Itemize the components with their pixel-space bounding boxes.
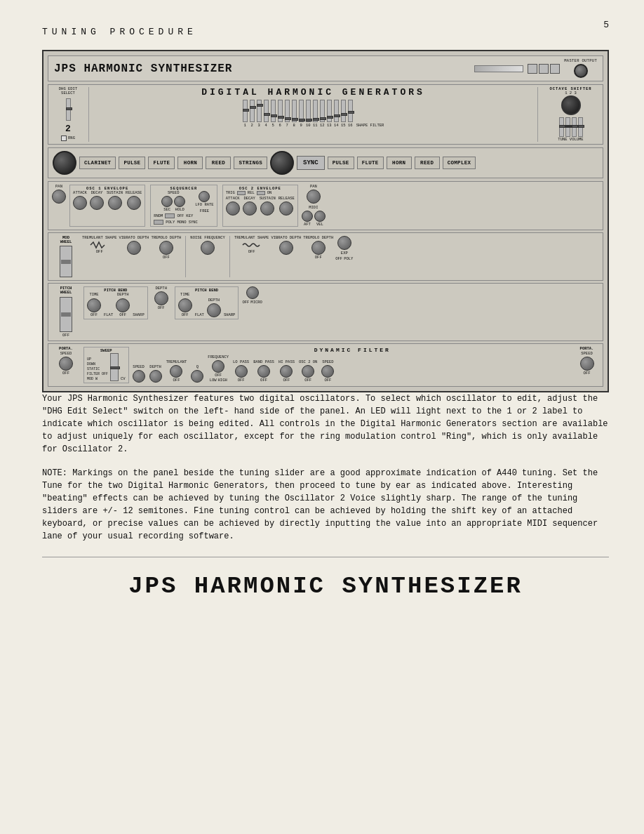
noise-depth-off: OFF [158,306,165,310]
seq-sec-knob[interactable] [161,196,173,207]
reed-button-osc1[interactable]: REED [206,157,231,169]
slider-track-4[interactable] [264,100,269,122]
pan-left-knob[interactable] [52,190,66,204]
osc2-on-knob[interactable] [302,365,314,378]
osc2-vibrato-knob[interactable] [279,241,293,255]
horn-button-osc2[interactable]: HORN [387,157,412,169]
slider-track-5[interactable] [271,100,276,122]
seq-rndm-toggle[interactable] [165,213,175,218]
filter-speed2-knob[interactable] [321,365,334,378]
sweep-slider[interactable] [110,353,119,381]
slider-num-14: 14 [334,123,339,128]
osc1-main-knob[interactable] [53,151,76,175]
osc1-decay-knob[interactable] [90,196,104,210]
porta-speed-knob[interactable] [59,357,73,371]
osc1-attack-knob[interactable] [73,196,87,210]
osc1-pb-off-label: OFF [90,313,98,317]
slider-track-13[interactable] [327,100,332,122]
dhg-select-switch[interactable] [66,98,71,121]
pitch-slider[interactable] [474,65,523,72]
pitch-wheel-label: PITCHWHEEL [60,286,72,295]
flute-button-osc1[interactable]: FLUTE [148,157,175,169]
hi-pass-knob[interactable] [280,365,293,378]
reed-button-osc2[interactable]: REED [415,157,440,169]
seq-key-label: KEY [186,214,193,218]
strings-button[interactable]: STRINGS [234,157,267,169]
low-high-row: LOW HIGH [210,378,227,383]
slider-track-9[interactable] [299,100,304,122]
mod-wheel-graphic[interactable] [60,246,72,277]
aft-knob[interactable] [302,211,313,222]
micro-knob[interactable] [246,286,259,299]
osc2-pitch-bend-controls: TIME OFF FLAT DEPTH SHARP [178,293,236,317]
osc1-pb-depth-knob[interactable] [116,298,130,312]
poly-toggle[interactable] [154,220,163,225]
osc2-tremolo-knob[interactable] [311,241,326,255]
master-output-knob[interactable] [574,64,588,78]
slider-track-7[interactable] [285,100,290,122]
clarinet-button[interactable]: CLARINET [79,157,116,169]
filter-tremulant-knob[interactable] [170,365,182,378]
tune-slider-4[interactable] [578,117,583,137]
slider-track-1[interactable] [243,100,248,122]
rng-checkbox[interactable] [61,135,67,141]
tune-slider-2[interactable] [565,117,570,137]
pulse-button-osc1[interactable]: PULSE [119,157,145,169]
slider-track-3[interactable] [257,100,262,122]
vibrato-depth-knob[interactable] [127,241,141,255]
osc1-sustain-knob[interactable] [108,196,122,210]
osc2-pb-depth-knob[interactable] [207,303,221,317]
slider-track-16[interactable] [348,100,353,122]
rel-toggle[interactable] [257,191,265,195]
pitch-wheel-graphic[interactable] [60,297,72,332]
slider-track-15[interactable] [341,100,346,122]
osc1-attack-block: ATTACK [73,191,87,210]
filter-q-knob[interactable] [191,370,203,383]
osc2-attack-knob[interactable] [226,201,240,216]
tune-slider-3[interactable] [572,117,577,137]
band-pass-knob[interactable] [257,365,270,378]
octave-shifter-knob[interactable] [561,95,581,115]
filter-speed-knob[interactable] [133,370,145,383]
sync-button[interactable]: SYNC [297,156,325,170]
osc1-pb-time-knob[interactable] [87,298,101,312]
osc1-release-knob[interactable] [127,196,141,210]
horn-button-osc1[interactable]: HORN [177,157,203,169]
slider-track-12[interactable] [320,100,325,122]
slider-track-2[interactable] [250,100,255,122]
slider-track-10[interactable] [306,100,311,122]
vel-knob[interactable] [314,211,326,222]
slider-track-8[interactable] [292,100,297,122]
slider-track-6[interactable] [278,100,283,122]
dhg-row: DHG EDITSELECT 2 RNG DIGITAL HARMONIC GE… [48,84,603,145]
pulse-button-osc2[interactable]: PULSE [328,157,354,169]
pitch-wheel-group: PITCHWHEEL OFF [52,286,80,337]
filter-depth-knob[interactable] [149,370,162,383]
slider-track-11[interactable] [313,100,318,122]
tune-volume-label: TUNE VOLUME [558,138,583,142]
osc2-sustain-knob[interactable] [260,201,274,216]
porta-right-speed-knob[interactable] [580,357,594,371]
slider-track-14[interactable] [334,100,339,122]
osc2-main-knob[interactable] [270,151,294,175]
seq-hold-knob[interactable] [174,196,185,207]
dhg-slider-15: 15 [341,100,346,128]
tremolo-depth-knob[interactable] [159,241,173,255]
osc2-decay-knob[interactable] [243,201,257,216]
lo-pass-knob[interactable] [235,365,248,378]
hi-pass-block: HI PASS OFF [279,360,295,383]
noise-depth-label: DEPTH [155,286,167,291]
complex-button[interactable]: COMPLEX [443,157,476,169]
osc2-pan-knob[interactable] [307,190,321,204]
shape-filter-label: SHAPE FILTER [356,124,384,128]
filter-freq-knob[interactable] [212,360,224,373]
flute-button-osc2[interactable]: FLUTE [357,157,384,169]
noise-depth-knob[interactable] [154,291,168,305]
osc2-pb-time-knob[interactable] [178,298,192,312]
seq-lfo-knob[interactable] [199,191,210,202]
trig-toggle[interactable] [237,191,246,195]
osc2-release-knob[interactable] [279,201,293,216]
tune-slider-1[interactable] [559,117,564,137]
exp-knob[interactable] [337,236,351,250]
noise-freq-knob[interactable] [201,241,215,255]
